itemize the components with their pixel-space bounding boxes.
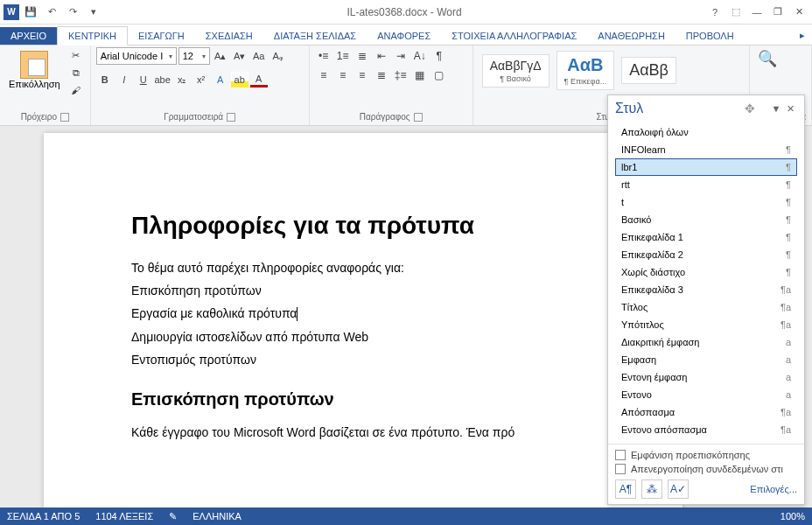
- move-handle-icon[interactable]: ✥: [745, 102, 755, 116]
- italic-button[interactable]: I: [116, 72, 133, 88]
- doc-heading-1[interactable]: Πληροφορίες για τα πρότυπα: [131, 212, 595, 240]
- align-center-icon[interactable]: ≡: [334, 66, 352, 84]
- numbering-icon[interactable]: 1≡: [334, 47, 352, 65]
- ribbon-caret-icon[interactable]: ▸: [793, 26, 812, 45]
- font-size-combo[interactable]: 12▾: [178, 47, 210, 65]
- style-list-item[interactable]: Εμφασηa: [615, 351, 797, 368]
- doc-heading-2[interactable]: Επισκόπηση προτύπων: [131, 389, 595, 410]
- shrink-font-icon[interactable]: A▾: [231, 48, 248, 64]
- subscript-button[interactable]: x₂: [173, 72, 191, 88]
- style-list-item[interactable]: Εντονοa: [615, 386, 797, 403]
- doc-paragraph[interactable]: Κάθε έγγραφο του Microsoft Word βασίζετα…: [131, 425, 595, 439]
- status-word-count[interactable]: 1104 ΛΕΞΕΙΣ: [95, 511, 153, 522]
- style-list-item[interactable]: INFOlearn¶: [615, 141, 797, 158]
- shading-icon[interactable]: ▦: [411, 66, 429, 84]
- new-style-button[interactable]: A¶: [615, 480, 636, 499]
- disable-linked-checkbox[interactable]: Απενεργοποίηση συνδεδεμένων στι: [615, 464, 797, 474]
- minimize-icon[interactable]: —: [747, 3, 766, 22]
- bullets-icon[interactable]: •≡: [315, 47, 332, 65]
- styles-gallery[interactable]: ΑαΒβΓγΔ ¶ Βασικό ΑαΒ ¶ Επικεφα... ΑαΒβ: [479, 47, 680, 94]
- borders-icon[interactable]: ▢: [430, 66, 448, 84]
- tab-view[interactable]: ΠΡΟΒΟΛΗ: [676, 27, 745, 45]
- grow-font-icon[interactable]: A▴: [212, 48, 229, 64]
- style-gallery-item[interactable]: ΑαΒ ¶ Επικεφα...: [556, 51, 615, 90]
- justify-icon[interactable]: ≣: [373, 66, 390, 84]
- font-dialog-launcher[interactable]: [227, 113, 235, 122]
- restore-icon[interactable]: ❐: [768, 3, 788, 22]
- style-list-item[interactable]: Εντονο απόσπασμα¶a: [615, 421, 797, 438]
- copy-icon[interactable]: ⧉: [67, 65, 85, 80]
- paste-button[interactable]: Επικόλληση: [5, 47, 64, 93]
- doc-paragraph[interactable]: Επισκόπηση προτύπων: [131, 284, 595, 298]
- style-list-item[interactable]: Επικεφαλίδα 3¶a: [615, 281, 797, 298]
- paragraph-dialog-launcher[interactable]: [414, 113, 423, 122]
- show-preview-checkbox[interactable]: Εμφάνιση προεπισκόπησης: [615, 450, 797, 460]
- tab-home[interactable]: ΚΕΝΤΡΙΚΗ: [57, 26, 128, 46]
- style-list-item[interactable]: Επικεφαλίδα 2¶: [615, 246, 797, 263]
- redo-icon[interactable]: ↷: [63, 3, 82, 22]
- tab-insert[interactable]: ΕΙΣΑΓΩΓΗ: [128, 27, 195, 45]
- status-proofing-icon[interactable]: ✎: [169, 511, 177, 522]
- save-icon[interactable]: 💾: [21, 3, 40, 22]
- doc-paragraph[interactable]: Εντοπισμός προτύπων: [131, 353, 595, 367]
- style-list-item[interactable]: lbr1¶: [615, 158, 797, 176]
- close-icon[interactable]: ✕: [789, 3, 808, 22]
- status-zoom[interactable]: 100%: [780, 511, 805, 522]
- decrease-indent-icon[interactable]: ⇤: [373, 47, 390, 65]
- style-list-item[interactable]: Υπότιτλος¶a: [615, 316, 797, 333]
- doc-paragraph[interactable]: Το θέμα αυτό παρέχει πληροφορίες αναφορά…: [131, 261, 595, 275]
- page[interactable]: Πληροφορίες για τα πρότυπα Το θέμα αυτό …: [44, 133, 682, 508]
- style-list-item[interactable]: Απόσπασμα¶a: [615, 403, 797, 421]
- style-gallery-item[interactable]: ΑαΒβΓγΔ ¶ Βασικό: [482, 54, 550, 88]
- align-right-icon[interactable]: ≡: [354, 66, 371, 84]
- cut-icon[interactable]: ✂: [67, 47, 85, 63]
- highlight-icon[interactable]: ab: [231, 72, 248, 88]
- style-list-item[interactable]: Βασικό¶: [615, 211, 797, 228]
- tab-review[interactable]: ΑΝΑΘΕΩΡΗΣΗ: [587, 27, 676, 45]
- underline-button[interactable]: U: [135, 72, 152, 88]
- multilevel-icon[interactable]: ≣: [354, 47, 371, 65]
- help-icon[interactable]: ?: [705, 3, 724, 22]
- status-page[interactable]: ΣΕΛΙΔΑ 1 ΑΠΟ 5: [7, 511, 80, 522]
- manage-styles-button[interactable]: A✓: [668, 480, 689, 499]
- font-name-combo[interactable]: Arial Unicode I▾: [96, 47, 177, 65]
- line-spacing-icon[interactable]: ‡≡: [392, 66, 410, 84]
- clear-format-icon[interactable]: Aᵩ: [270, 48, 287, 64]
- tab-mailings[interactable]: ΣΤΟΙΧΕΙΑ ΑΛΛΗΛΟΓΡΑΦΙΑΣ: [441, 27, 587, 45]
- style-list-item[interactable]: Επικεφαλίδα 1¶: [615, 228, 797, 246]
- styles-options-link[interactable]: Επιλογές...: [750, 484, 797, 494]
- qat-customize-icon[interactable]: ▾: [84, 3, 103, 22]
- sort-icon[interactable]: A↓: [411, 47, 429, 65]
- find-icon[interactable]: 🔍: [759, 51, 776, 66]
- pane-dropdown-icon[interactable]: ▼: [769, 102, 783, 116]
- doc-paragraph[interactable]: Δημιουργία ιστοσελίδων από πρότυπα Web: [131, 330, 595, 344]
- strikethrough-button[interactable]: abe: [154, 72, 172, 88]
- style-list-item[interactable]: rtt¶: [615, 176, 797, 193]
- show-marks-icon[interactable]: ¶: [430, 47, 448, 65]
- style-list-item[interactable]: Εντονη έμφασηa: [615, 368, 797, 386]
- increase-indent-icon[interactable]: ⇥: [392, 47, 410, 65]
- ribbon-display-icon[interactable]: ⬚: [726, 3, 746, 22]
- tab-design[interactable]: ΣΧΕΔΙΑΣΗ: [195, 27, 263, 45]
- pane-close-icon[interactable]: ✕: [783, 102, 797, 116]
- tab-layout[interactable]: ΔΙΑΤΑΞΗ ΣΕΛΙΔΑΣ: [263, 27, 367, 45]
- style-list-item[interactable]: Απαλοιφή όλων: [615, 123, 797, 141]
- style-inspector-button[interactable]: ⁂: [641, 480, 662, 499]
- change-case-icon[interactable]: Aa: [250, 48, 268, 64]
- style-list-item[interactable]: Χωρίς διάστιχο¶: [615, 263, 797, 281]
- text-effects-icon[interactable]: A: [212, 72, 229, 88]
- clipboard-dialog-launcher[interactable]: [60, 113, 69, 122]
- format-painter-icon[interactable]: 🖌: [67, 82, 85, 98]
- superscript-button[interactable]: x²: [192, 72, 210, 88]
- font-color-icon[interactable]: A: [250, 72, 268, 88]
- undo-icon[interactable]: ↶: [42, 3, 61, 22]
- word-app-icon[interactable]: W: [4, 4, 19, 20]
- style-list-item[interactable]: Τίτλος¶a: [615, 298, 797, 316]
- tab-file[interactable]: ΑΡΧΕΙΟ: [0, 27, 57, 45]
- doc-paragraph[interactable]: Εργασία με καθολικά πρότυπα: [131, 306, 595, 321]
- style-list-item[interactable]: t¶: [615, 193, 797, 211]
- style-gallery-item[interactable]: ΑαΒβ: [621, 57, 676, 84]
- status-language[interactable]: ΕΛΛΗΝΙΚΑ: [192, 511, 242, 522]
- bold-button[interactable]: B: [96, 72, 114, 88]
- tab-references[interactable]: ΑΝΑΦΟΡΕΣ: [367, 27, 441, 45]
